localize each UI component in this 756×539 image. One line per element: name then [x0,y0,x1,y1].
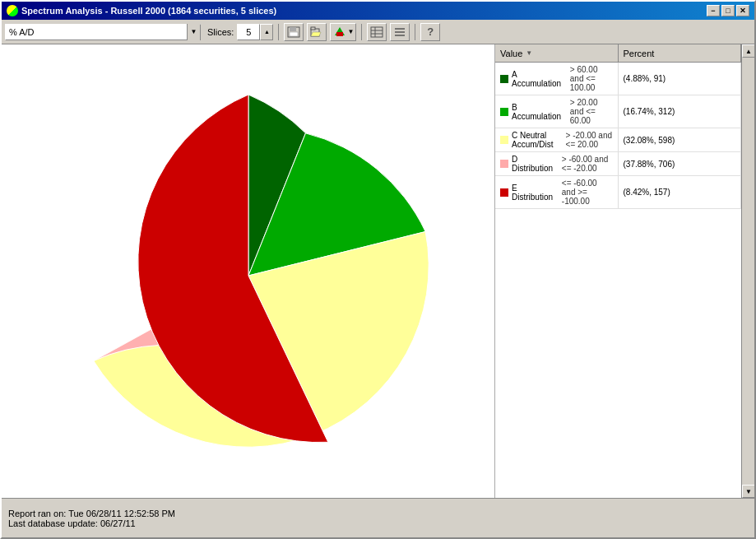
svg-rect-4 [311,27,315,30]
legend-cell-percent: (4.88%, 91) [619,63,742,95]
title-bar-left: Spectrum Analysis - Russell 2000 (1864 s… [7,5,276,16]
legend-cell-value: B Accumulation > 20.00 and <= 60.00 [495,95,619,128]
close-button[interactable]: ✕ [736,5,749,16]
legend-cell-value: A Accumulation > 60.00 and <= 100.00 [495,63,619,95]
legend-panel: Value ▼ Percent A Accumulation > 60.00 a… [494,44,741,498]
svg-rect-6 [371,27,383,37]
maximize-button[interactable]: □ [721,5,735,16]
legend-cell-percent: (16.74%, 312) [619,95,742,128]
minimize-button[interactable]: − [707,5,720,16]
legend-name: C Neutral Accum/Dist [512,131,557,149]
save-button[interactable] [284,23,304,41]
title-bar: Spectrum Analysis - Russell 2000 (1864 s… [2,2,754,20]
chart-area [2,44,494,498]
slices-input-group: ▲ [237,24,273,40]
toolbar-separator-1 [278,24,279,40]
svg-rect-5 [336,32,343,36]
legend-percent: (37.88%, 706) [624,160,675,169]
legend-color-swatch [500,160,508,168]
toolbar: % A/D ▼ Slices: ▲ [2,20,754,44]
legend-color-swatch [500,75,508,83]
svg-rect-1 [290,27,296,31]
slices-input[interactable] [237,24,260,40]
legend-percent: (4.88%, 91) [624,74,666,83]
window-icon [7,5,18,16]
legend-cell-percent: (8.42%, 157) [619,176,742,208]
help-button[interactable]: ? [420,23,440,41]
toolbar-separator-3 [415,24,415,40]
legend-col1-label: Value [500,49,522,58]
legend-row: D Distribution > -60.00 and <= -20.00 (3… [495,152,741,176]
legend-cell-percent: (37.88%, 706) [619,152,742,175]
legend-col-value[interactable]: Value ▼ [495,44,619,62]
legend-cell-value: C Neutral Accum/Dist > -20.00 and <= 20.… [495,128,619,151]
legend-rows: A Accumulation > 60.00 and <= 100.00 (4.… [495,63,741,281]
list-icon [393,26,406,38]
open-icon [310,26,323,38]
dropdown-arrow[interactable]: ▼ [187,24,200,40]
table-button[interactable] [367,23,387,41]
legend-cell-value: D Distribution > -60.00 and <= -20.00 [495,152,619,175]
color-button[interactable]: ▼ [330,23,356,41]
legend-value: <= -60.00 and >= -100.00 [562,179,613,206]
legend-color-swatch [500,108,508,116]
save-icon [287,26,300,38]
legend-value: > 20.00 and <= 60.00 [570,98,613,125]
legend-row: C Neutral Accum/Dist > -20.00 and <= 20.… [495,128,741,152]
list-button[interactable] [390,23,410,41]
legend-name: A Accumulation [512,70,561,88]
open-button[interactable] [307,23,327,41]
legend-percent: (32.08%, 598) [624,136,675,145]
table-icon [370,26,383,38]
legend-name: E Distribution [512,184,553,202]
legend-percent: (8.42%, 157) [624,188,670,197]
svg-rect-2 [290,32,298,36]
legend-spacer [495,281,741,499]
legend-value: > 60.00 and <= 100.00 [570,65,613,92]
legend-value: > -60.00 and <= -20.00 [562,155,613,173]
title-buttons: − □ ✕ [707,5,749,16]
legend-name: D Distribution [512,155,553,173]
main-window: Spectrum Analysis - Russell 2000 (1864 s… [0,0,756,539]
spin-up-button[interactable]: ▲ [260,24,273,40]
sort-arrow-value: ▼ [526,49,532,57]
color-icon [332,26,347,39]
toolbar-separator-2 [361,24,362,40]
window-title: Spectrum Analysis - Russell 2000 (1864 s… [21,6,276,16]
legend-row: B Accumulation > 20.00 and <= 60.00 (16.… [495,95,741,128]
content-area: Value ▼ Percent A Accumulation > 60.00 a… [2,44,754,498]
legend-col2-label: Percent [624,49,655,58]
report-ran: Report ran on: Tue 06/28/11 12:52:58 PM [8,509,748,518]
scrollbar-vertical: ▲ ▼ [741,44,754,498]
scroll-track [742,58,754,485]
legend-cell-value: E Distribution <= -60.00 and >= -100.00 [495,176,619,208]
legend-percent: (16.74%, 312) [624,107,675,116]
legend-row: E Distribution <= -60.00 and >= -100.00 … [495,176,741,209]
legend-color-swatch [500,188,508,197]
last-update: Last database update: 06/27/11 [8,518,748,528]
pie-chart [51,70,446,473]
scroll-up-button[interactable]: ▲ [742,44,754,58]
legend-name: B Accumulation [512,103,561,121]
legend-value: > -20.00 and <= 20.00 [566,131,613,149]
legend-col-percent[interactable]: Percent [619,44,742,62]
legend-header: Value ▼ Percent [495,44,741,63]
status-bar: Report ran on: Tue 06/28/11 12:52:58 PM … [2,498,754,537]
legend-color-swatch [500,136,508,144]
legend-row: A Accumulation > 60.00 and <= 100.00 (4.… [495,63,741,95]
scroll-down-button[interactable]: ▼ [742,485,754,498]
legend-cell-percent: (32.08%, 598) [619,128,742,151]
slices-label: Slices: [207,27,234,37]
dropdown-value: % A/D [6,27,187,37]
dropdown-container[interactable]: % A/D ▼ [5,24,201,40]
